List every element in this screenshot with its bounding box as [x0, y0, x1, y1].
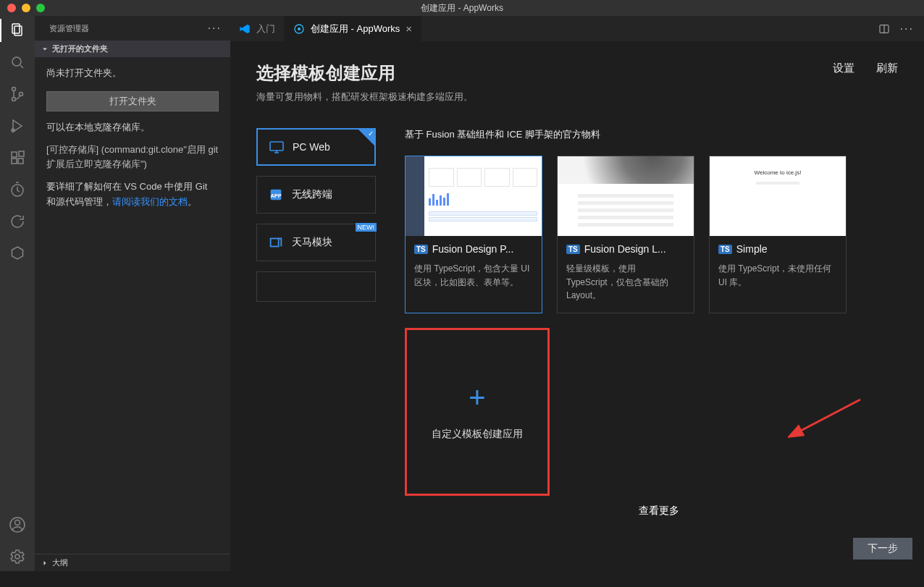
search-icon[interactable] [9, 54, 26, 71]
sidebar-title: 资源管理器 [49, 23, 89, 34]
extensions-icon[interactable] [9, 149, 26, 166]
svg-point-5 [20, 93, 23, 96]
run-debug-icon[interactable] [9, 117, 26, 135]
custom-template-card[interactable]: + 自定义模板创建应用 [405, 328, 550, 496]
template-card[interactable]: TSFusion Design P... 使用 TypeScript，包含大量 … [405, 156, 542, 313]
template-desc: 使用 TypeScript，包含大量 UI 区块，比如图表、表单等。 [414, 262, 533, 289]
view-more[interactable]: 查看更多 [419, 504, 898, 518]
template-thumbnail: Welcome to ice.js! [710, 156, 846, 236]
hexagon-icon[interactable] [9, 245, 26, 262]
template-hint: 基于 Fusion 基础组件和 ICE 脚手架的官方物料 [405, 128, 898, 141]
editor-area: 入门 创建应用 - AppWorks × ··· 选择模板创建应用 设置 刷新 … [230, 16, 924, 571]
settings-gear-icon[interactable] [9, 548, 26, 565]
new-badge: NEW! [356, 223, 377, 232]
category-empty[interactable] [256, 271, 376, 302]
timer-icon[interactable] [9, 181, 26, 198]
svg-point-14 [15, 554, 20, 559]
refresh-icon[interactable] [9, 213, 26, 230]
source-control-icon[interactable] [9, 85, 26, 103]
template-grid: TSFusion Design P... 使用 TypeScript，包含大量 … [405, 156, 898, 313]
plus-icon: + [469, 383, 485, 412]
thumb-text: Welcome to ice.js! [755, 169, 802, 176]
editor-tabs: 入门 创建应用 - AppWorks × ··· [230, 16, 924, 41]
vscode-icon [239, 23, 251, 35]
appworks-icon [293, 23, 305, 35]
window-title: 创建应用 - AppWorks [421, 2, 503, 14]
page-subtitle: 海量可复用物料，搭配研发框架极速构建多端应用。 [256, 90, 898, 104]
sidebar-section-outline[interactable]: 大纲 [35, 554, 230, 571]
svg-rect-10 [19, 151, 24, 156]
close-window-button[interactable] [7, 4, 16, 12]
category-list: PC Web APP 无线跨端 天马模块 NEW! [256, 128, 376, 518]
next-step-button[interactable]: 下一步 [853, 538, 912, 559]
template-desc: 使用 TypeScript，未使用任何 UI 库。 [718, 262, 837, 289]
svg-point-2 [12, 57, 21, 66]
docs-link[interactable]: 请阅读我们的文档 [112, 196, 188, 207]
category-tianma[interactable]: 天马模块 NEW! [256, 224, 376, 261]
template-thumbnail [406, 156, 542, 236]
template-title: Fusion Design L... [584, 243, 666, 255]
tab-label: 创建应用 - AppWorks [311, 22, 400, 35]
maximize-window-button[interactable] [36, 4, 45, 12]
svg-rect-8 [12, 159, 17, 164]
svg-rect-18 [270, 142, 283, 151]
minimize-window-button[interactable] [22, 4, 30, 12]
ts-badge: TS [718, 245, 732, 254]
title-bar: 创建应用 - AppWorks [0, 0, 924, 16]
settings-link[interactable]: 设置 [833, 62, 854, 75]
svg-point-12 [15, 520, 20, 525]
appworks-content: 选择模板创建应用 设置 刷新 海量可复用物料，搭配研发框架极速构建多端应用。 P… [230, 41, 924, 571]
category-wireless[interactable]: APP 无线跨端 [256, 176, 376, 214]
category-pc-web[interactable]: PC Web [256, 128, 376, 166]
svg-point-4 [12, 98, 16, 101]
refresh-link[interactable]: 刷新 [876, 62, 898, 75]
category-label: 天马模块 [292, 236, 332, 249]
template-card[interactable]: Welcome to ice.js! TSSimple 使用 TypeScrip… [709, 156, 847, 313]
template-title: Simple [736, 243, 768, 255]
clone-hint-text: 可以在本地克隆存储库。 [46, 120, 219, 135]
svg-point-16 [298, 28, 301, 30]
chevron-right-icon [41, 559, 49, 567]
template-desc: 轻量级模板，使用 TypeScript，仅包含基础的 Layout。 [566, 262, 685, 303]
sidebar-section-label: 无打开的文件夹 [52, 43, 108, 54]
chevron-down-icon [41, 45, 49, 54]
monitor-icon [268, 138, 285, 156]
template-thumbnail [558, 156, 694, 236]
svg-text:APP: APP [270, 193, 281, 199]
svg-point-3 [12, 88, 16, 91]
svg-rect-9 [18, 159, 23, 164]
tab-label: 入门 [256, 22, 275, 35]
ts-badge: TS [566, 245, 580, 254]
traffic-lights [0, 4, 45, 12]
svg-rect-1 [14, 26, 22, 35]
module-icon [267, 234, 285, 251]
selected-check-icon [358, 130, 374, 145]
template-card[interactable]: TSFusion Design L... 轻量级模板，使用 TypeScript… [557, 156, 694, 313]
open-folder-button[interactable]: 打开文件夹 [46, 91, 219, 111]
more-actions-icon[interactable]: ··· [208, 22, 222, 35]
close-tab-icon[interactable]: × [406, 22, 412, 35]
svg-rect-0 [12, 24, 20, 33]
explorer-icon[interactable] [9, 22, 26, 39]
template-title: Fusion Design P... [432, 243, 514, 255]
account-icon[interactable] [9, 516, 26, 533]
clone-cmd-text: [可控存储库] (command:git.clone"启用 git 扩展后立即克… [46, 143, 219, 173]
category-label: 无线跨端 [292, 188, 332, 201]
custom-template-label: 自定义模板创建应用 [432, 428, 523, 441]
split-editor-icon[interactable] [878, 23, 890, 35]
more-actions-icon[interactable]: ··· [900, 22, 914, 35]
svg-rect-21 [271, 239, 279, 247]
no-folder-text: 尚未打开文件夹。 [46, 66, 219, 81]
ts-badge: TS [414, 245, 428, 254]
git-hint-text: 要详细了解如何在 VS Code 中使用 Git 和源代码管理，请阅读我们的文档… [46, 180, 219, 210]
sidebar-section-no-folder[interactable]: 无打开的文件夹 [35, 41, 230, 57]
sidebar-outline-label: 大纲 [52, 557, 68, 568]
activity-bar [0, 16, 35, 571]
tab-appworks[interactable]: 创建应用 - AppWorks × [285, 16, 421, 41]
category-label: PC Web [293, 141, 330, 153]
app-icon: APP [267, 186, 285, 203]
svg-rect-7 [12, 152, 17, 157]
page-title: 选择模板创建应用 [256, 62, 395, 85]
sidebar-explorer: 资源管理器 ··· 无打开的文件夹 尚未打开文件夹。 打开文件夹 可以在本地克隆… [35, 16, 230, 571]
tab-welcome[interactable]: 入门 [230, 16, 285, 41]
